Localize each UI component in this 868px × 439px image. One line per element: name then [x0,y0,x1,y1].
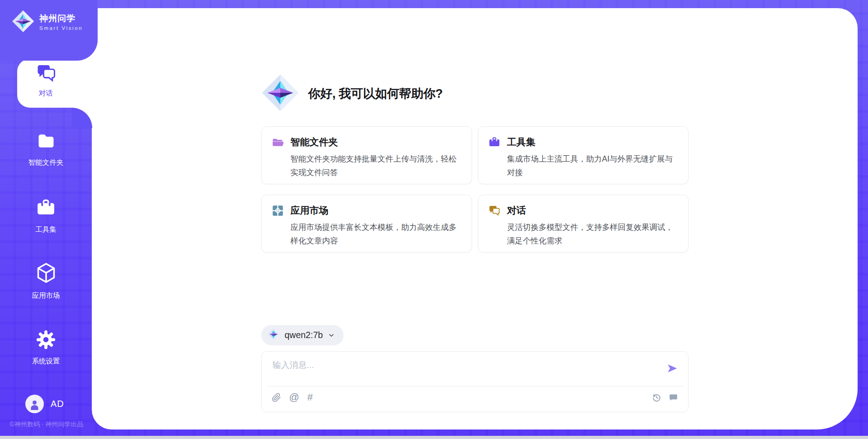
window-bottom-edge [0,436,868,439]
paperclip-icon[interactable] [272,393,281,402]
card-desc: 集成市场上主流工具，助力AI与外界无缝扩展与对接 [507,152,678,179]
model-name: qwen2:7b [285,330,323,340]
sidebar-item-label: 智能文件夹 [28,158,64,167]
at-icon[interactable]: @ [289,392,299,402]
card-title: 对话 [507,205,678,216]
chevron-down-icon [328,332,335,339]
comment-icon[interactable] [669,393,678,402]
card-title: 应用市场 [291,205,462,216]
card-chat[interactable]: 对话 灵活切换多模型文件，支持多样回复效果调试，满足个性化需求 [478,195,689,253]
card-desc: 应用市场提供丰富长文本模板，助力高效生成多样化文章内容 [291,220,462,248]
sidebar-item-label: 系统设置 [32,357,60,366]
sidebar-item-settings[interactable]: 系统设置 [0,329,92,366]
assistant-diamond-icon [261,74,299,114]
sidebar-item-label: 对话 [39,89,53,98]
cube-icon [35,262,57,286]
copyright-footer: ©神州数码 · 神州问学出品 [0,420,93,429]
user-account[interactable]: AD [25,395,64,413]
chat-bubbles-icon [36,63,57,84]
tab-fillet-bottom [72,108,92,128]
sidebar-item-chat[interactable]: 对话 [0,63,92,98]
brand-diamond-icon [12,10,34,34]
sidebar-item-label: 工具集 [35,225,57,234]
greeting-text: 你好, 我可以如何帮助你? [308,86,443,102]
sidebar-item-label: 应用市场 [32,291,60,301]
sidebar-item-smart-folder[interactable]: 智能文件夹 [0,131,92,167]
composer-divider [266,386,684,387]
model-selector[interactable]: qwen2:7b [261,325,344,345]
brand-logo: 神州问学 Smart Vision [0,0,98,34]
card-desc: 灵活切换多模型文件，支持多样回复效果调试，满足个性化需求 [507,220,678,248]
send-icon[interactable] [666,363,678,374]
message-input[interactable] [272,358,644,384]
briefcase-icon [488,136,500,148]
message-composer: @ # [261,351,689,412]
card-app-market[interactable]: 应用市场 应用市场提供丰富长文本模板，助力高效生成多样化文章内容 [261,195,472,253]
greeting: 你好, 我可以如何帮助你? [261,74,689,114]
card-title: 智能文件夹 [291,136,462,148]
main-content: 你好, 我可以如何帮助你? 智能文件夹 智能文件夹功能支持批量文件上传与清洗，轻… [92,8,858,429]
card-smart-folder[interactable]: 智能文件夹 智能文件夹功能支持批量文件上传与清洗，轻松实现文件问答 [261,126,472,184]
user-label: AD [51,399,64,409]
chat-bubbles-icon [488,205,500,217]
hash-icon[interactable]: # [307,392,313,402]
grid-cube-icon [272,205,284,217]
brand-title: 神州问学 [39,14,83,24]
folder-open-icon [272,136,284,148]
sidebar-item-toolset[interactable]: 工具集 [0,198,92,234]
toolbox-icon [36,198,56,220]
model-diamond-icon [268,328,280,342]
card-desc: 智能文件夹功能支持批量文件上传与清洗，轻松实现文件问答 [291,152,462,179]
history-icon[interactable] [652,393,661,402]
brand-subtitle: Smart Vision [39,25,83,31]
folder-icon [36,131,56,153]
card-title: 工具集 [507,136,678,148]
gear-icon [36,329,56,352]
sidebar-item-app-market[interactable]: 应用市场 [0,262,92,301]
avatar[interactable] [25,395,44,413]
card-toolset[interactable]: 工具集 集成市场上主流工具，助力AI与外界无缝扩展与对接 [478,126,689,184]
feature-cards: 智能文件夹 智能文件夹功能支持批量文件上传与清洗，轻松实现文件问答 工具集 集成… [261,126,689,253]
brand-block: 神州问学 Smart Vision [0,0,98,61]
